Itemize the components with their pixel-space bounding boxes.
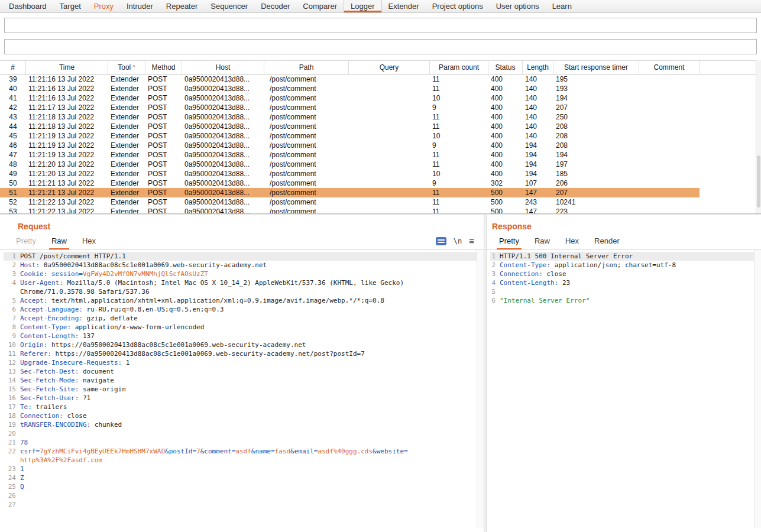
response-editor[interactable]: 1HTTP/1.1 500 Internal Server Error2Cont… <box>487 250 761 528</box>
editor-line[interactable]: 24Z <box>4 473 484 482</box>
editor-line[interactable]: 8Content-Type: application/x-www-form-ur… <box>4 323 484 332</box>
column-header-number[interactable]: # <box>0 61 26 74</box>
line-text: Accept-Encoding: gzip, deflate <box>20 314 484 323</box>
column-header-method[interactable]: Method <box>145 61 182 74</box>
editor-line[interactable]: 1POST /post/comment HTTP/1.1 <box>4 252 484 261</box>
top-tab-project-options[interactable]: Project options <box>426 0 490 12</box>
editor-line[interactable]: 25Q <box>4 482 484 491</box>
column-header-query[interactable]: Query <box>349 61 430 74</box>
subtab-hex[interactable]: Hex <box>558 232 587 249</box>
top-tab-user-options[interactable]: User options <box>490 0 546 12</box>
column-header-tool[interactable]: Tool ^ <box>108 61 145 74</box>
cell-query <box>349 131 430 141</box>
line-text: Upgrade-Insecure-Requests: 1 <box>20 358 484 367</box>
editor-line[interactable]: 2Host: 0a9500020413d88ac08c5c1e001a0069.… <box>4 261 484 270</box>
log-row-48[interactable]: 4811:21:20 13 Jul 2022ExtenderPOST0a9500… <box>0 160 761 169</box>
editor-line[interactable]: 5Accept: text/html,application/xhtml+xml… <box>4 296 484 305</box>
column-header-path[interactable]: Path <box>264 61 349 74</box>
request-editor[interactable]: 1POST /post/comment HTTP/1.12Host: 0a950… <box>0 250 484 528</box>
top-tab-sequencer[interactable]: Sequencer <box>204 0 254 12</box>
top-tab-repeater[interactable]: Repeater <box>160 0 204 12</box>
log-row-43[interactable]: 4311:21:18 13 Jul 2022ExtenderPOST0a9500… <box>0 112 761 122</box>
editor-menu-icon[interactable]: ≡ <box>469 236 474 245</box>
column-header-time[interactable]: Time <box>26 61 108 74</box>
log-row-45[interactable]: 4511:21:19 13 Jul 2022ExtenderPOST0a9500… <box>0 131 761 141</box>
column-header-status[interactable]: Status <box>488 61 523 74</box>
editor-line[interactable]: 26 <box>4 491 484 500</box>
log-row-52[interactable]: 5211:21:22 13 Jul 2022ExtenderPOST0a9500… <box>0 197 761 207</box>
top-tab-proxy[interactable]: Proxy <box>88 0 120 12</box>
capture-filter-bar[interactable]: Capture filter: Logger memory limit set … <box>4 18 757 33</box>
cell-timer: 197 <box>553 160 639 169</box>
subtab-raw[interactable]: Raw <box>44 232 75 249</box>
subtab-render[interactable]: Render <box>587 232 627 249</box>
top-tab-logger[interactable]: Logger <box>344 0 381 12</box>
top-tab-decoder[interactable]: Decoder <box>254 0 296 12</box>
column-header-comment[interactable]: Comment <box>639 61 700 74</box>
cell-method: POST <box>145 160 182 169</box>
top-tab-dashboard[interactable]: Dashboard <box>2 0 53 12</box>
editor-line[interactable]: 10Origin: https://0a9500020413d88ac08c5c… <box>4 340 484 349</box>
log-row-53[interactable]: 5311:21:22 13 Jul 2022ExtenderPOST0a9500… <box>0 207 761 214</box>
top-tab-intruder[interactable]: Intruder <box>120 0 160 12</box>
column-header-length[interactable]: Length <box>523 61 553 74</box>
editor-line[interactable]: 19tRANSFER-ENCODING: chunked <box>4 420 484 429</box>
response-subtabs: PrettyRawHexRender <box>487 232 761 250</box>
log-row-42[interactable]: 4211:21:17 13 Jul 2022ExtenderPOST0a9500… <box>0 103 761 112</box>
editor-line[interactable]: 4Content-Length: 23 <box>490 278 761 287</box>
editor-line[interactable]: 27 <box>4 500 484 509</box>
log-row-44[interactable]: 4411:21:18 13 Jul 2022ExtenderPOST0a9500… <box>0 122 761 131</box>
editor-line[interactable]: 7Accept-Encoding: gzip, deflate <box>4 314 484 323</box>
editor-line[interactable]: 11Referer: https://0a9500020413d88ac08c5… <box>4 349 484 358</box>
subtab-hex[interactable]: Hex <box>75 232 103 249</box>
subtab-raw[interactable]: Raw <box>527 232 558 249</box>
column-header-start-response-timer[interactable]: Start response timer <box>553 61 639 74</box>
subtab-pretty[interactable]: Pretty <box>491 232 527 249</box>
top-tab-comparer[interactable]: Comparer <box>296 0 344 12</box>
format-icon[interactable] <box>436 237 446 245</box>
log-row-40[interactable]: 4011:21:16 13 Jul 2022ExtenderPOST0a9500… <box>0 84 761 93</box>
response-editor-scrollbar[interactable] <box>754 250 761 528</box>
request-editor-scrollbar[interactable] <box>477 250 484 528</box>
log-row-51[interactable]: 5111:21:21 13 Jul 2022ExtenderPOST0a9500… <box>0 188 761 197</box>
editor-line[interactable]: 3Connection: close <box>490 270 761 278</box>
editor-line[interactable]: 18Connection: close <box>4 411 484 420</box>
editor-line[interactable]: 22csrf=7gYzhMCiFvi4gBEyUEEk7HmHSHM7xWAO&… <box>4 447 484 465</box>
editor-line[interactable]: 6Accept-Language: ru-RU,ru;q=0.8,en-US;q… <box>4 305 484 314</box>
editor-line[interactable]: 16Sec-Fetch-User: ?1 <box>4 394 484 403</box>
editor-line[interactable]: 231 <box>4 465 484 473</box>
subtab-pretty[interactable]: Pretty <box>8 232 44 249</box>
cell-number: 43 <box>0 112 26 122</box>
editor-line[interactable]: 9Content-Length: 137 <box>4 332 484 340</box>
cell-status: 400 <box>488 112 523 122</box>
log-row-47[interactable]: 4711:21:19 13 Jul 2022ExtenderPOST0a9500… <box>0 150 761 160</box>
editor-line[interactable]: 14Sec-Fetch-Mode: navigate <box>4 376 484 385</box>
top-tab-target[interactable]: Target <box>53 0 88 12</box>
top-tab-learn[interactable]: Learn <box>546 0 578 12</box>
editor-line[interactable]: 6"Internal Server Error" <box>490 296 761 305</box>
editor-line[interactable]: 1HTTP/1.1 500 Internal Server Error <box>490 252 761 261</box>
editor-line[interactable]: 3Cookie: session=VgFWy4D2vMfON7vMNMhjQlS… <box>4 270 484 278</box>
table-scrollbar[interactable] <box>756 60 761 213</box>
editor-line[interactable]: 13Sec-Fetch-Dest: document <box>4 367 484 376</box>
editor-line[interactable]: 4User-Agent: Mozilla/5.0 (Macintosh; Int… <box>4 278 484 296</box>
column-header-param-count[interactable]: Param count <box>430 61 488 74</box>
editor-line[interactable]: 2178 <box>4 438 484 447</box>
editor-line[interactable]: 5 <box>490 287 761 296</box>
editor-line[interactable]: 17Te: trailers <box>4 403 484 411</box>
view-filter-bar[interactable]: View filter: Showing all items <box>4 39 757 54</box>
log-row-41[interactable]: 4111:21:16 13 Jul 2022ExtenderPOST0a9500… <box>0 93 761 103</box>
log-row-46[interactable]: 4611:21:19 13 Jul 2022ExtenderPOST0a9500… <box>0 141 761 150</box>
log-row-49[interactable]: 4911:21:20 13 Jul 2022ExtenderPOST0a9500… <box>0 169 761 179</box>
log-row-50[interactable]: 5011:21:21 13 Jul 2022ExtenderPOST0a9500… <box>0 179 761 188</box>
table-scrollbar-thumb[interactable] <box>757 155 760 207</box>
editor-line[interactable]: 12Upgrade-Insecure-Requests: 1 <box>4 358 484 367</box>
editor-line[interactable]: 2Content-Type: application/json; charset… <box>490 261 761 270</box>
editor-line[interactable]: 15Sec-Fetch-Site: same-origin <box>4 385 484 394</box>
top-tab-extender[interactable]: Extender <box>382 0 426 12</box>
newline-toggle[interactable]: \n <box>454 237 462 245</box>
column-header-host[interactable]: Host <box>182 61 264 74</box>
editor-line[interactable]: 20 <box>4 429 484 438</box>
cell-status: 302 <box>488 179 523 188</box>
log-row-39[interactable]: 3911:21:16 13 Jul 2022ExtenderPOST0a9500… <box>0 74 761 84</box>
